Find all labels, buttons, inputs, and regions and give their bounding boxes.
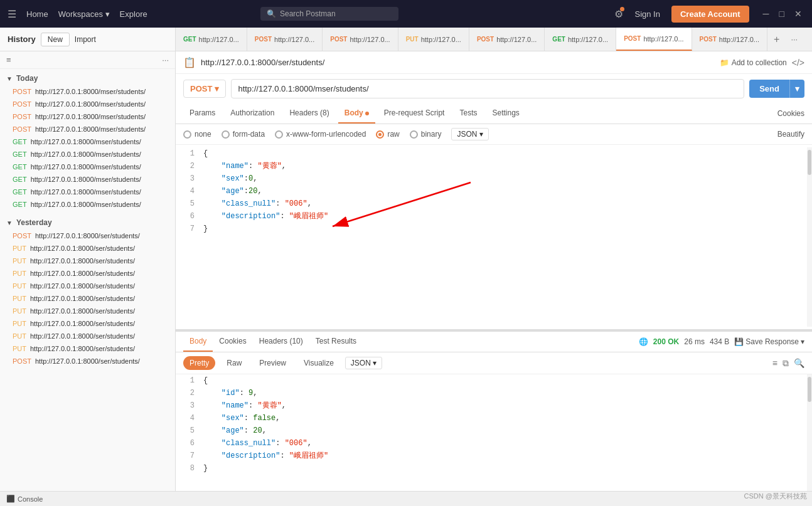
maximize-button[interactable]: □	[777, 8, 787, 20]
list-item[interactable]: PUT http://127.0.0.1:8000/ser/students/	[0, 342, 175, 355]
send-button[interactable]: Send ▾	[749, 80, 804, 98]
search-response-button[interactable]: 🔍	[794, 358, 804, 369]
list-item[interactable]: PUT http://127.0.0.1:8000/ser/students/	[0, 305, 175, 317]
json-format-select[interactable]: JSON ▾	[451, 128, 489, 140]
tab-post-1[interactable]: POST http://127.0...	[247, 28, 323, 51]
tab-get-2[interactable]: GET http://127.0...	[545, 28, 616, 51]
sign-in-button[interactable]: Sign In	[629, 7, 665, 21]
home-link[interactable]: Home	[26, 9, 48, 19]
search-bar[interactable]: 🔍 Search Postman	[260, 7, 398, 21]
tab-tests[interactable]: Tests	[453, 103, 483, 124]
sidebar-toolbar: ≡ ···	[0, 51, 175, 69]
body-opt-binary[interactable]: binary	[410, 130, 442, 139]
send-dropdown-icon[interactable]: ▾	[789, 80, 804, 98]
collection-icon: 📁	[720, 58, 729, 67]
section-title-today: Today	[16, 74, 38, 83]
list-item[interactable]: PUT http://127.0.0.1:8000/ser/students/	[0, 280, 175, 292]
list-item[interactable]: PUT http://127.0.0.1:8000/ser/students/	[0, 242, 175, 255]
list-item[interactable]: GET http://127.0.0.1:8000/mser/students/	[0, 135, 175, 148]
import-button[interactable]: Import	[75, 35, 96, 44]
save-icon: 💾	[734, 337, 744, 346]
tab-put-1[interactable]: PUT http://127.0...	[398, 28, 469, 51]
body-opt-none[interactable]: none	[183, 130, 211, 139]
list-item[interactable]: POST http://127.0.0.1:8000/mser/students…	[0, 85, 175, 98]
body-options: none form-data x-www-form-urlencoded raw…	[176, 124, 812, 145]
tab-post-4[interactable]: POST http://127.0...	[692, 28, 767, 51]
workspaces-link[interactable]: Workspaces	[58, 9, 110, 19]
list-item[interactable]: POST http://127.0.0.1:8000/mser/students…	[0, 98, 175, 110]
resp-opt-raw[interactable]: Raw	[220, 356, 248, 370]
copy-response-button[interactable]: ⧉	[783, 358, 789, 369]
new-button[interactable]: New	[41, 33, 70, 46]
nav-links: Home Workspaces Explore	[26, 9, 147, 19]
tab-pre-request-script[interactable]: Pre-request Script	[378, 103, 451, 124]
tab-post-active[interactable]: POST http://127.0...	[616, 28, 692, 51]
list-item[interactable]: PUT http://127.0.0.1:8000/ser/students/	[0, 292, 175, 305]
resp-opt-pretty[interactable]: Pretty	[183, 356, 215, 370]
explore-link[interactable]: Explore	[120, 9, 147, 19]
section-header-yesterday[interactable]: ▼ Yesterday	[0, 216, 175, 229]
list-item[interactable]: PUT http://127.0.0.1:8000/ser/students/	[0, 317, 175, 330]
minimize-button[interactable]: ─	[761, 8, 772, 20]
request-scrollbar[interactable]	[807, 147, 812, 327]
endpoint-icon: 📋	[183, 56, 196, 68]
sidebar-more-icon[interactable]: ···	[162, 55, 169, 65]
filter-lines-icon[interactable]: ≡	[772, 358, 777, 369]
cookies-button[interactable]: Cookies	[777, 109, 804, 118]
list-item[interactable]: GET http://127.0.0.1:8000/mser/students/	[0, 161, 175, 173]
list-item[interactable]: POST http://127.0.0.1:8000/mser/students…	[0, 110, 175, 123]
tab-post-2[interactable]: POST http://127.0...	[323, 28, 398, 51]
resp-tab-body[interactable]: Body	[183, 332, 213, 352]
tab-body[interactable]: Body	[338, 103, 375, 124]
send-label: Send	[749, 80, 789, 98]
collapse-today-icon: ▼	[6, 75, 13, 82]
method-select[interactable]: POST ▾	[183, 80, 226, 98]
tab-settings[interactable]: Settings	[486, 103, 525, 124]
list-item[interactable]: POST http://127.0.0.1:8000/mser/students…	[0, 123, 175, 135]
beautify-button[interactable]: Beautify	[777, 130, 804, 139]
save-response-button[interactable]: 💾 Save Response ▾	[734, 337, 804, 346]
list-item[interactable]: GET http://127.0.0.1:8000/mser/students/	[0, 186, 175, 198]
resp-opt-visualize[interactable]: Visualize	[297, 356, 340, 370]
close-button[interactable]: ✕	[792, 8, 804, 20]
list-item[interactable]: GET http://127.0.0.1:8000/mser/students/	[0, 148, 175, 161]
request-tabs: Params Authorization Headers (8) Body Pr…	[176, 103, 812, 124]
url-input[interactable]	[231, 79, 744, 98]
list-item[interactable]: GET http://127.0.0.1:8000/mser/students/	[0, 198, 175, 211]
tab-post-3[interactable]: POST http://127.0...	[469, 28, 545, 51]
section-header-today[interactable]: ▼ Today	[0, 71, 175, 85]
response-scrollbar[interactable]	[807, 374, 812, 506]
radio-raw	[376, 130, 384, 139]
list-item[interactable]: PUT http://127.0.0.1:8000/ser/students/	[0, 267, 175, 280]
settings-button[interactable]: ⚙	[614, 8, 623, 20]
code-button[interactable]: </>	[792, 58, 804, 68]
resp-tab-headers[interactable]: Headers (10)	[253, 332, 309, 352]
tab-headers[interactable]: Headers (8)	[283, 103, 335, 124]
resp-opt-preview[interactable]: Preview	[253, 356, 292, 370]
console-button[interactable]: ⬛ Console	[6, 495, 43, 503]
resp-tab-test-results[interactable]: Test Results	[309, 332, 363, 352]
more-tabs-button[interactable]: ···	[786, 34, 803, 44]
add-tab-button[interactable]: +	[767, 34, 786, 45]
body-opt-urlencoded[interactable]: x-www-form-urlencoded	[275, 130, 366, 139]
list-item[interactable]: POST http://127.0.0.1:8000/ser/students/	[0, 355, 175, 367]
response-json-select[interactable]: JSON ▾	[345, 357, 382, 369]
list-item[interactable]: POST http://127.0.0.1:8000/ser/students/	[0, 229, 175, 242]
tab-get-1[interactable]: GET http://127.0...	[176, 28, 247, 51]
request-code-editor[interactable]: 1 2 3 4 5 6 7 { "name": "黄蓉", "sex":0, "…	[176, 145, 812, 329]
tab-authorization[interactable]: Authorization	[224, 103, 280, 124]
hamburger-icon[interactable]: ☰	[8, 8, 16, 20]
filter-icon[interactable]: ≡	[6, 55, 11, 65]
body-opt-raw[interactable]: raw	[376, 130, 399, 139]
create-account-button[interactable]: Create Account	[671, 6, 749, 23]
response-code-area[interactable]: 1 2 3 4 5 6 7 8 { "id": 9, "name": "黄蓉",…	[176, 374, 812, 506]
body-opt-form-data[interactable]: form-data	[222, 130, 265, 139]
tab-params[interactable]: Params	[183, 103, 222, 124]
list-item[interactable]: PUT http://127.0.0.1:8000/ser/students/	[0, 330, 175, 342]
list-item[interactable]: GET http://127.0.0.1:8000/mser/students/	[0, 173, 175, 186]
method-label: POST	[190, 84, 212, 93]
resp-tab-cookies[interactable]: Cookies	[213, 332, 252, 352]
history-section-today: ▼ Today POST http://127.0.0.1:8000/mser/…	[0, 69, 175, 213]
add-to-collection-button[interactable]: 📁 Add to collection	[720, 58, 787, 67]
list-item[interactable]: PUT http://127.0.0.1:8000/ser/students/	[0, 255, 175, 267]
